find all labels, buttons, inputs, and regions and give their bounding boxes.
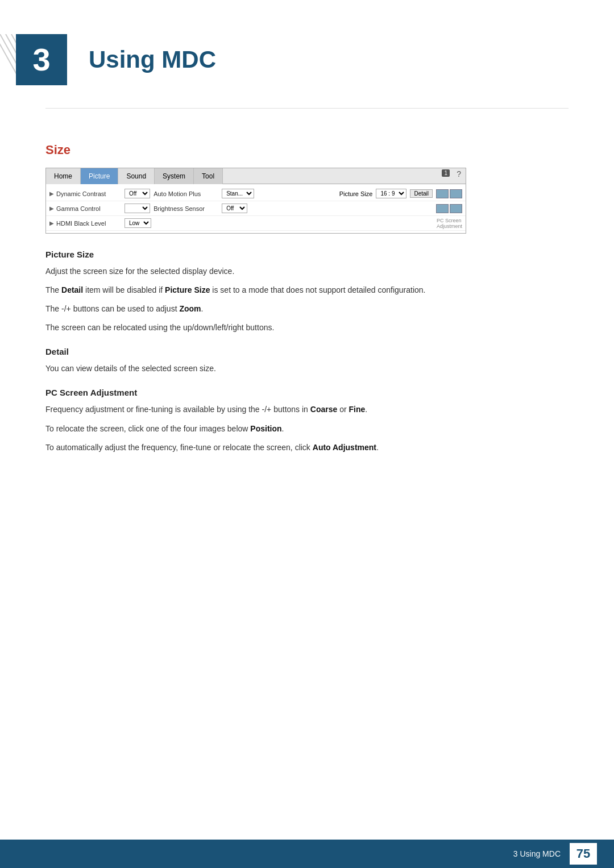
auto-motion-select[interactable]: Stan... <box>222 189 254 198</box>
row-arrow-3: ▶ <box>49 220 54 226</box>
picture-size-para-2: The Detail item will be disabled if Pict… <box>45 284 569 297</box>
row-arrow-2: ▶ <box>49 205 54 211</box>
tab-picture[interactable]: Picture <box>81 168 118 184</box>
pic-box-1 <box>436 189 449 198</box>
tab-system[interactable]: System <box>155 168 194 184</box>
toolbar-number-badge: 1 <box>442 169 450 177</box>
ui-row-3: ▶ HDMI Black Level Low PC ScreenAdjustme… <box>46 216 466 231</box>
svg-line-0 <box>0 34 16 85</box>
content-area: Size Home Picture Sound System Tool 1 ? … <box>0 126 614 505</box>
row-label-gamma: Gamma Control <box>56 205 125 212</box>
picture-size-para-4: The screen can be relocated using the up… <box>45 321 569 334</box>
pic-box-4 <box>450 204 462 213</box>
picture-size-para-1: Adjust the screen size for the selected … <box>45 265 569 278</box>
row-control-hdmi[interactable]: Low <box>125 218 151 228</box>
pc-screen-para-2: To relocate the screen, click one of the… <box>45 422 569 435</box>
tab-home[interactable]: Home <box>46 168 81 184</box>
section-heading: Size <box>45 143 569 157</box>
chapter-number-box: 3 <box>16 34 67 85</box>
row-label-hdmi: HDMI Black Level <box>56 220 125 227</box>
detail-para-1: You can view details of the selected scr… <box>45 362 569 375</box>
chapter-title: Using MDC <box>89 46 216 73</box>
ui-mockup: Home Picture Sound System Tool 1 ? ▶ Dyn… <box>45 168 466 234</box>
picture-size-para-3: The -/+ buttons can be used to adjust Zo… <box>45 302 569 315</box>
row-control-gamma[interactable] <box>125 203 150 213</box>
pic-box-2 <box>450 189 462 198</box>
picture-size-label: Picture Size <box>339 190 373 197</box>
row-control-brightness[interactable]: Off <box>222 203 247 213</box>
ui-row-1: ▶ Dynamic Contrast Off Auto Motion Plus … <box>46 186 466 201</box>
subsection-pc-screen: PC Screen Adjustment Frequency adjustmen… <box>45 388 569 454</box>
footer-text: 3 Using MDC <box>513 849 561 858</box>
ui-rows: ▶ Dynamic Contrast Off Auto Motion Plus … <box>46 184 466 233</box>
dynamic-contrast-select[interactable]: Off <box>125 189 150 198</box>
hdmi-select[interactable]: Low <box>125 218 151 228</box>
brightness-select[interactable]: Off <box>222 203 247 213</box>
subsection-picture-size: Picture Size Adjust the screen size for … <box>45 250 569 334</box>
ui-toolbar: Home Picture Sound System Tool 1 ? <box>46 168 466 184</box>
pic-box-3 <box>436 204 449 213</box>
pc-screen-label: PC ScreenAdjustment <box>437 218 462 229</box>
detail-button[interactable]: Detail <box>410 189 433 198</box>
row-label-auto-motion: Auto Motion Plus <box>154 190 222 197</box>
subsection-heading-picture-size: Picture Size <box>45 250 569 259</box>
pc-screen-para-1: Frequency adjustment or fine-tuning is a… <box>45 403 569 416</box>
row-label-brightness: Brightness Sensor <box>154 205 222 212</box>
footer-page-number: 75 <box>570 843 597 865</box>
row-right-2 <box>436 204 462 213</box>
row-label-dynamic-contrast: Dynamic Contrast <box>56 190 125 197</box>
header-divider <box>45 108 569 109</box>
subsection-heading-pc-screen: PC Screen Adjustment <box>45 388 569 397</box>
help-icon[interactable]: ? <box>457 169 461 178</box>
pc-screen-para-3: To automatically adjust the frequency, f… <box>45 441 569 454</box>
page-footer: 3 Using MDC 75 <box>0 840 614 868</box>
ui-row-2: ▶ Gamma Control Brightness Sensor Off <box>46 201 466 216</box>
tab-tool[interactable]: Tool <box>194 168 223 184</box>
row-right-1: Picture Size 16 : 9 Detail <box>339 189 462 198</box>
row-arrow-1: ▶ <box>49 190 54 197</box>
gamma-select[interactable] <box>125 203 150 213</box>
picture-size-select[interactable]: 16 : 9 <box>376 189 406 198</box>
row-control-1[interactable]: Off <box>125 189 150 198</box>
picture-images-2 <box>436 204 462 213</box>
picture-images <box>436 189 462 198</box>
chapter-number: 3 <box>32 44 50 76</box>
tab-sound[interactable]: Sound <box>118 168 155 184</box>
row-control-auto-motion[interactable]: Stan... <box>222 189 254 198</box>
subsection-heading-detail: Detail <box>45 347 569 356</box>
subsection-detail: Detail You can view details of the selec… <box>45 347 569 375</box>
